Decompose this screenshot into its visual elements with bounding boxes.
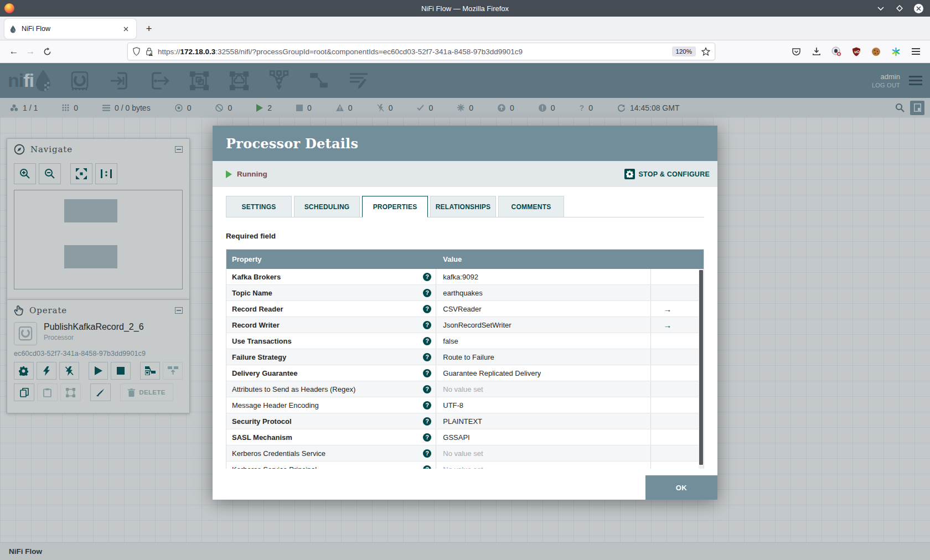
property-name: Security Protocol: [232, 417, 423, 426]
help-icon[interactable]: ?: [423, 433, 431, 442]
help-icon[interactable]: ?: [423, 337, 431, 345]
table-row: Topic Name? earthquakes: [226, 285, 704, 301]
help-icon[interactable]: ?: [423, 449, 431, 458]
screen: NiFi Flow — Mozilla Firefox NiFi Flow +: [0, 0, 930, 560]
downloads-icon[interactable]: [811, 46, 822, 57]
firefox-logo-icon: [4, 3, 14, 13]
property-name: Kerberos Credentials Service: [232, 449, 423, 458]
menu-icon[interactable]: [911, 46, 921, 57]
cookie-extension-icon[interactable]: [871, 46, 881, 57]
property-name: Record Writer: [232, 321, 423, 329]
help-icon[interactable]: ?: [423, 273, 431, 281]
property-value[interactable]: CSVReader: [443, 305, 481, 313]
tab-comments[interactable]: COMMENTS: [498, 196, 564, 217]
help-icon[interactable]: ?: [423, 401, 431, 409]
navigation-toolbar: ← → ! https://172.18.0.3:32558/nifi/?pro…: [0, 40, 930, 63]
tab-title: NiFi Flow: [22, 25, 120, 33]
help-icon[interactable]: ?: [423, 321, 431, 329]
running-status-icon: [226, 170, 232, 178]
required-field-label: Required field: [226, 232, 704, 240]
tab-bar: NiFi Flow +: [0, 17, 930, 40]
extension-badge-icon[interactable]: [831, 46, 841, 57]
url-scheme: https://: [158, 48, 180, 56]
tab-scheduling[interactable]: SCHEDULING: [294, 196, 360, 217]
property-value[interactable]: JsonRecordSetWriter: [443, 321, 511, 329]
property-value[interactable]: No value set: [443, 449, 483, 458]
property-value[interactable]: kafka:9092: [443, 273, 478, 281]
nifi-favicon: [9, 25, 17, 33]
processor-details-dialog: Processor Details Running STOP & CONFIGU…: [213, 126, 717, 500]
help-icon[interactable]: ?: [423, 289, 431, 297]
ok-button[interactable]: OK: [645, 475, 717, 500]
tab-properties[interactable]: PROPERTIES: [362, 196, 428, 217]
property-value[interactable]: No value set: [443, 465, 483, 469]
ublock-icon[interactable]: uO: [851, 46, 861, 57]
property-value[interactable]: Route to Failure: [443, 353, 494, 361]
table-row: Failure Strategy? Route to Failure: [226, 349, 704, 365]
browser-tab[interactable]: NiFi Flow: [4, 19, 136, 39]
table-row: Kerberos Credentials Service? No value s…: [226, 445, 704, 462]
property-name: Kerberos Service Principal: [232, 465, 423, 469]
help-icon[interactable]: ?: [423, 417, 431, 426]
table-row: Record Writer? JsonRecordSetWriter →: [226, 317, 704, 333]
property-value[interactable]: false: [443, 337, 458, 345]
property-value[interactable]: UTF-8: [443, 401, 463, 409]
go-to-service-icon[interactable]: →: [663, 320, 671, 330]
dialog-tabs: SETTINGS SCHEDULING PROPERTIES RELATIONS…: [226, 196, 704, 217]
svg-text:uO: uO: [854, 49, 860, 53]
help-icon[interactable]: ?: [423, 353, 431, 361]
window-controls: [876, 4, 930, 13]
tab-close-icon[interactable]: [120, 23, 132, 35]
pocket-icon[interactable]: [791, 46, 802, 57]
table-row: Delivery Guarantee? Guarantee Replicated…: [226, 365, 704, 381]
property-value[interactable]: Guarantee Replicated Delivery: [443, 369, 541, 377]
back-button[interactable]: ←: [6, 43, 22, 60]
property-name: Message Header Encoding: [232, 401, 423, 409]
properties-table-body: Kafka Brokers? kafka:9092 Topic Name? ea…: [226, 269, 704, 469]
pinwheel-extension-icon[interactable]: [891, 46, 901, 57]
url-text[interactable]: https://172.18.0.3:32558/nifi/?processGr…: [158, 48, 672, 56]
help-icon[interactable]: ?: [423, 305, 431, 313]
property-value[interactable]: No value set: [443, 385, 483, 393]
dialog-body: SETTINGS SCHEDULING PROPERTIES RELATIONS…: [213, 187, 717, 469]
tab-relationships[interactable]: RELATIONSHIPS: [430, 196, 496, 217]
page-zoom-indicator[interactable]: 120%: [672, 46, 696, 56]
properties-table: Property Value Kafka Brokers? kafka:9092…: [226, 249, 704, 469]
dialog-title: Processor Details: [226, 136, 358, 152]
url-bar[interactable]: ! https://172.18.0.3:32558/nifi/?process…: [127, 43, 715, 60]
scrollbar-thumb[interactable]: [699, 270, 703, 465]
running-status-text: Running: [237, 170, 267, 178]
maximize-icon[interactable]: [895, 4, 904, 13]
url-path: :32558/nifi/?processGroupId=root&compone…: [215, 48, 523, 56]
property-value[interactable]: earthquakes: [443, 289, 483, 297]
property-name: Kafka Brokers: [232, 273, 423, 281]
close-icon[interactable]: [914, 4, 923, 13]
property-value[interactable]: GSSAPI: [443, 433, 469, 442]
stop-and-configure-button[interactable]: STOP & CONFIGURE: [624, 169, 710, 179]
property-name: Record Reader: [232, 305, 423, 313]
url-host: 172.18.0.3: [180, 48, 216, 56]
go-to-service-icon[interactable]: →: [663, 304, 671, 314]
reload-button[interactable]: [39, 43, 55, 60]
window-titlebar: NiFi Flow — Mozilla Firefox: [0, 0, 930, 17]
tab-settings[interactable]: SETTINGS: [226, 196, 292, 217]
help-icon[interactable]: ?: [423, 369, 431, 377]
table-row: Kafka Brokers? kafka:9092: [226, 269, 704, 285]
table-row: Security Protocol? PLAINTEXT: [226, 413, 704, 429]
connection-lock-icon[interactable]: !: [145, 47, 153, 56]
table-row: Use Transactions? false: [226, 333, 704, 349]
help-icon[interactable]: ?: [423, 385, 431, 393]
toolbar-extensions: uO: [791, 46, 924, 57]
tracking-shield-icon[interactable]: [132, 47, 141, 56]
help-icon[interactable]: ?: [423, 465, 431, 469]
table-row: Message Header Encoding? UTF-8: [226, 397, 704, 413]
property-name: Attributes to Send as Headers (Regex): [232, 385, 423, 393]
minimize-icon[interactable]: [876, 4, 885, 13]
bookmark-star-icon[interactable]: [701, 47, 710, 56]
property-value[interactable]: PLAINTEXT: [443, 417, 482, 426]
table-row: Kerberos Service Principal? No value set: [226, 462, 704, 469]
table-scrollbar[interactable]: [699, 269, 704, 469]
window-title: NiFi Flow — Mozilla Firefox: [0, 4, 930, 13]
new-tab-button[interactable]: +: [140, 19, 158, 38]
forward-button[interactable]: →: [22, 43, 39, 60]
